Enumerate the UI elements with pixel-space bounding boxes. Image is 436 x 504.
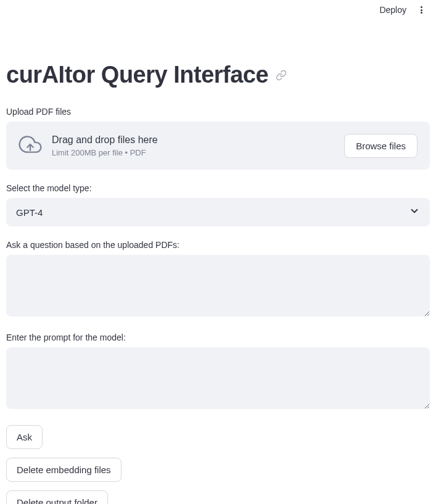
title-row: curAItor Query Interface	[6, 62, 430, 88]
topbar: Deploy	[0, 0, 436, 20]
deploy-button[interactable]: Deploy	[379, 5, 406, 15]
chevron-down-icon	[409, 205, 420, 219]
file-uploader[interactable]: Drag and drop files here Limit 200MB per…	[6, 122, 430, 170]
ask-button[interactable]: Ask	[6, 425, 43, 449]
main-content: curAItor Query Interface Upload PDF file…	[0, 20, 436, 504]
link-icon[interactable]	[276, 70, 287, 81]
page-title: curAItor Query Interface	[6, 62, 268, 88]
delete-output-button[interactable]: Delete output folder	[6, 490, 108, 504]
browse-files-button[interactable]: Browse files	[344, 134, 417, 158]
model-select-label: Select the model type:	[6, 183, 430, 193]
uploader-text: Drag and drop files here Limit 200MB per…	[52, 134, 334, 157]
model-select-value: GPT-4	[16, 207, 43, 218]
question-input[interactable]	[6, 255, 430, 316]
question-label: Ask a question based on the uploaded PDF…	[6, 240, 430, 250]
model-select[interactable]: GPT-4	[6, 198, 430, 226]
uploader-sub-text: Limit 200MB per file • PDF	[52, 148, 334, 157]
cloud-upload-icon	[19, 133, 42, 159]
more-vertical-icon[interactable]	[416, 5, 426, 15]
upload-label: Upload PDF files	[6, 107, 430, 117]
prompt-input[interactable]	[6, 347, 430, 409]
prompt-label: Enter the prompt for the model:	[6, 333, 430, 342]
uploader-main-text: Drag and drop files here	[52, 134, 334, 146]
delete-embedding-button[interactable]: Delete embedding files	[6, 458, 121, 482]
